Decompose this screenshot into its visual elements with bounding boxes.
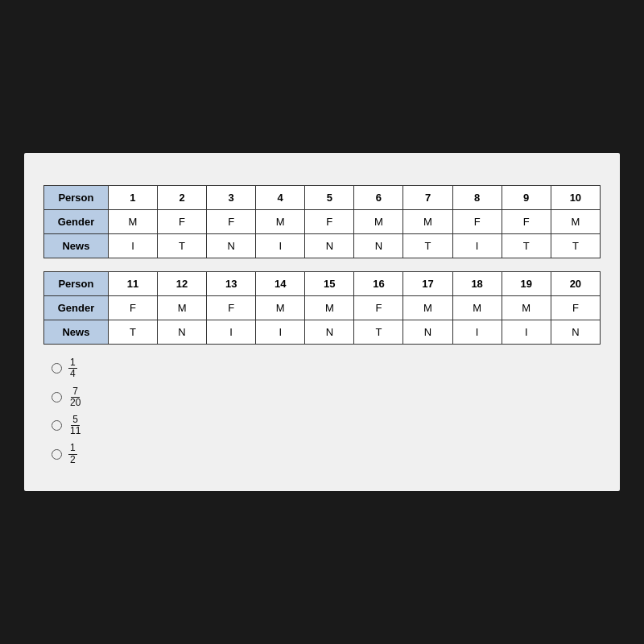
data-cell: M: [158, 296, 207, 320]
table-row: GenderFMFMMFMMMF: [44, 296, 601, 320]
data-cell: F: [158, 210, 207, 234]
header-label: Person: [44, 272, 109, 296]
header-cell: 11: [108, 272, 157, 296]
radio-button[interactable]: [52, 449, 62, 460]
data-cell: F: [305, 210, 354, 234]
header-cell: 1: [108, 186, 157, 210]
data-cell: M: [502, 296, 551, 320]
data-cell: M: [256, 210, 305, 234]
fraction-label: 14: [68, 357, 77, 379]
header-cell: 3: [207, 186, 256, 210]
data-cell: F: [452, 210, 502, 234]
data-cell: I: [502, 320, 551, 345]
header-cell: 7: [403, 186, 452, 210]
data-cell: F: [551, 296, 600, 320]
header-cell: 8: [452, 186, 502, 210]
data-cell: N: [551, 320, 600, 345]
header-cell: 17: [403, 272, 452, 296]
data-cell: M: [354, 210, 403, 234]
data-cell: I: [256, 320, 305, 345]
data-cell: M: [551, 210, 600, 234]
header-cell: 5: [305, 186, 354, 210]
radio-button[interactable]: [52, 392, 62, 402]
answer-option[interactable]: 12: [52, 443, 601, 464]
header-cell: 14: [256, 272, 305, 296]
row-label: News: [44, 320, 109, 345]
header-cell: 16: [354, 272, 403, 296]
answer-options: 1472051112: [43, 357, 601, 465]
header-label: Person: [44, 186, 109, 210]
data-cell: I: [207, 320, 256, 345]
header-cell: 10: [551, 186, 600, 210]
data-cell: T: [551, 234, 600, 258]
data-cell: F: [108, 296, 157, 320]
data-cell: F: [502, 210, 551, 234]
data-cell: T: [354, 320, 403, 345]
main-card: Person12345678910 GenderMFFMFMMFFMNewsIT…: [24, 153, 620, 491]
data-cell: M: [452, 296, 502, 320]
data-cell: T: [158, 234, 207, 258]
data-cell: T: [403, 234, 452, 258]
data-cell: N: [305, 234, 354, 258]
radio-button[interactable]: [52, 363, 62, 374]
header-cell: 9: [502, 186, 551, 210]
header-cell: 6: [354, 186, 403, 210]
answer-option[interactable]: 14: [52, 357, 601, 379]
data-cell: F: [207, 296, 256, 320]
data-cell: N: [354, 234, 403, 258]
row-label: Gender: [44, 296, 109, 320]
table-row: NewsTNIINTNIIN: [44, 320, 601, 345]
header-cell: 18: [452, 272, 502, 296]
data-cell: T: [108, 320, 157, 345]
table-row: GenderMFFMFMMFFM: [44, 210, 601, 234]
data-cell: M: [403, 210, 452, 234]
header-cell: 13: [207, 272, 256, 296]
header-cell: 4: [256, 186, 305, 210]
table1: Person12345678910 GenderMFFMFMMFFMNewsIT…: [43, 185, 601, 258]
header-cell: 20: [551, 272, 600, 296]
fraction-label: 720: [68, 386, 82, 408]
header-cell: 2: [158, 186, 207, 210]
header-cell: 15: [305, 272, 354, 296]
data-cell: M: [256, 296, 305, 320]
data-cell: N: [305, 320, 354, 345]
data-cell: N: [158, 320, 207, 345]
row-label: Gender: [44, 210, 109, 234]
data-cell: I: [452, 320, 502, 345]
data-cell: I: [256, 234, 305, 258]
data-cell: F: [207, 210, 256, 234]
answer-option[interactable]: 720: [52, 386, 601, 408]
data-cell: I: [452, 234, 502, 258]
row-label: News: [44, 234, 109, 258]
data-cell: M: [403, 296, 452, 320]
data-cell: N: [403, 320, 452, 345]
answer-option[interactable]: 511: [52, 415, 601, 436]
data-cell: F: [354, 296, 403, 320]
table2-wrapper: Person11121314151617181920 GenderFMFMMFM…: [43, 271, 601, 345]
data-cell: I: [108, 234, 157, 258]
fraction-label: 12: [68, 443, 77, 464]
table1-wrapper: Person12345678910 GenderMFFMFMMFFMNewsIT…: [43, 185, 601, 258]
radio-button[interactable]: [52, 420, 62, 431]
header-cell: 19: [502, 272, 551, 296]
data-cell: T: [502, 234, 551, 258]
data-cell: M: [305, 296, 354, 320]
table-row: NewsITNINNTITT: [44, 234, 601, 258]
table2: Person11121314151617181920 GenderFMFMMFM…: [43, 271, 601, 345]
data-cell: N: [207, 234, 256, 258]
fraction-label: 511: [68, 415, 82, 436]
data-cell: M: [108, 210, 157, 234]
header-cell: 12: [158, 272, 207, 296]
